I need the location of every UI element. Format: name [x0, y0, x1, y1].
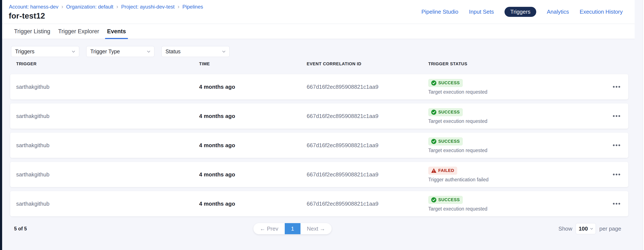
status-detail: Target execution requested	[428, 148, 487, 153]
three-dots-icon	[613, 144, 620, 146]
page-size-dropdown[interactable]: 100	[576, 223, 596, 234]
row-menu-button[interactable]	[611, 201, 622, 207]
status-badge: SUCCESS	[428, 137, 463, 146]
event-correlation-id: 667d16f2ec895908821c1aa9	[307, 84, 428, 90]
event-time: 4 months ago	[199, 171, 307, 178]
three-dots-icon	[613, 86, 620, 88]
next-page-button[interactable]: Next →	[300, 225, 332, 232]
three-dots-icon	[613, 115, 620, 117]
table-row: sarthakgithub 4 months ago 667d16f2ec895…	[10, 191, 628, 216]
tab-trigger-listing[interactable]: Trigger Listing	[12, 24, 52, 39]
filters-row: Triggers Trigger Type Status	[11, 46, 230, 57]
scrollbar-track[interactable]	[643, 0, 644, 250]
trigger-status-cell: SUCCESS Target execution requested	[428, 196, 605, 212]
collapsed-sidebar-edge	[0, 0, 2, 250]
breadcrumb-organization-link[interactable]: Organization: default	[66, 4, 113, 10]
event-correlation-id: 667d16f2ec895908821c1aa9	[307, 171, 428, 178]
page-size-value: 100	[578, 225, 588, 232]
tab-trigger-explorer[interactable]: Trigger Explorer	[56, 24, 101, 39]
event-time: 4 months ago	[199, 84, 307, 90]
triggers-filter-dropdown[interactable]: Triggers	[11, 46, 79, 57]
row-menu-button[interactable]	[611, 142, 622, 148]
nav-analytics[interactable]: Analytics	[547, 9, 569, 15]
table-row: sarthakgithub 4 months ago 667d16f2ec895…	[10, 74, 628, 99]
nav-triggers-active[interactable]: Triggers	[504, 7, 536, 17]
status-detail: Target execution requested	[428, 118, 487, 124]
chevron-down-icon	[590, 228, 593, 230]
event-correlation-id: 667d16f2ec895908821c1aa9	[307, 142, 428, 149]
trigger-name: sarthakgithub	[16, 84, 199, 90]
results-count: 5 of 5	[14, 226, 27, 232]
triggers-filter-label: Triggers	[15, 48, 34, 55]
chevron-down-icon	[222, 51, 226, 53]
status-badge: SUCCESS	[428, 108, 463, 116]
event-time: 4 months ago	[199, 142, 307, 149]
events-table-body: sarthakgithub 4 months ago 667d16f2ec895…	[10, 74, 628, 216]
row-menu-button[interactable]	[611, 113, 622, 119]
pipeline-top-nav: Pipeline Studio Input Sets Triggers Anal…	[422, 7, 623, 16]
status-badge: FAILED	[428, 167, 457, 175]
row-menu-button[interactable]	[611, 84, 622, 90]
triggers-tab-bar: Trigger Listing Trigger Explorer Events	[2, 24, 635, 39]
nav-execution-history[interactable]: Execution History	[580, 9, 623, 15]
table-row: sarthakgithub 4 months ago 667d16f2ec895…	[10, 162, 628, 187]
breadcrumb: Account: harness-dev › Organization: def…	[9, 4, 203, 10]
chevron-down-icon	[72, 51, 75, 53]
column-header-time: TIME	[199, 61, 307, 66]
show-label: Show	[558, 225, 572, 232]
trigger-name: sarthakgithub	[16, 200, 199, 207]
warning-triangle-icon	[431, 168, 436, 173]
status-filter-label: Status	[166, 48, 180, 55]
nav-pipeline-studio[interactable]: Pipeline Studio	[422, 9, 458, 15]
breadcrumb-project-link[interactable]: Project: ayushi-dev-test	[121, 4, 175, 10]
page-1-button[interactable]: 1	[285, 223, 300, 234]
trigger-type-filter-dropdown[interactable]: Trigger Type	[86, 46, 154, 57]
breadcrumb-separator: ›	[178, 4, 180, 10]
tab-events[interactable]: Events	[105, 24, 128, 39]
breadcrumb-pipelines-link[interactable]: Pipelines	[182, 4, 203, 10]
event-time: 4 months ago	[199, 113, 307, 119]
status-badge: SUCCESS	[428, 79, 463, 87]
breadcrumb-account-link[interactable]: Account: harness-dev	[9, 4, 58, 10]
table-row: sarthakgithub 4 months ago 667d16f2ec895…	[10, 133, 628, 158]
event-correlation-id: 667d16f2ec895908821c1aa9	[307, 200, 428, 207]
status-detail: Trigger authentication failed	[428, 177, 488, 183]
per-page-label: per page	[599, 225, 621, 232]
column-header-trigger: TRIGGER	[16, 61, 199, 66]
event-correlation-id: 667d16f2ec895908821c1aa9	[307, 113, 428, 119]
check-circle-icon	[431, 197, 436, 202]
three-dots-icon	[613, 203, 620, 205]
pagination: ← Prev 1 Next →	[254, 223, 332, 234]
column-header-event-correlation-id: EVENT CORRELATION ID	[307, 61, 428, 66]
events-table-header: TRIGGER TIME EVENT CORRELATION ID TRIGGE…	[10, 61, 628, 66]
status-filter-dropdown[interactable]: Status	[162, 46, 230, 57]
trigger-status-cell: FAILED Trigger authentication failed	[428, 167, 605, 183]
status-detail: Target execution requested	[428, 206, 487, 212]
check-circle-icon	[431, 80, 436, 85]
trigger-name: sarthakgithub	[16, 113, 199, 119]
trigger-status-cell: SUCCESS Target execution requested	[428, 79, 605, 95]
table-row: sarthakgithub 4 months ago 667d16f2ec895…	[10, 103, 628, 129]
page-title: for-test12	[9, 12, 45, 21]
trigger-name: sarthakgithub	[16, 171, 199, 178]
check-circle-icon	[431, 139, 436, 144]
breadcrumb-separator: ›	[61, 4, 63, 10]
chevron-down-icon	[147, 51, 150, 53]
page-size-control: Show 100 per page	[558, 223, 621, 234]
trigger-status-cell: SUCCESS Target execution requested	[428, 137, 605, 153]
column-header-trigger-status: TRIGGER STATUS	[428, 61, 605, 66]
status-detail: Target execution requested	[428, 89, 487, 95]
event-time: 4 months ago	[199, 200, 307, 207]
row-menu-button[interactable]	[611, 172, 622, 177]
status-badge: SUCCESS	[428, 196, 463, 204]
prev-page-button[interactable]: ← Prev	[254, 225, 285, 232]
nav-input-sets[interactable]: Input Sets	[469, 9, 494, 15]
trigger-status-cell: SUCCESS Target execution requested	[428, 108, 605, 124]
three-dots-icon	[613, 174, 620, 175]
trigger-type-filter-label: Trigger Type	[90, 48, 120, 55]
trigger-name: sarthakgithub	[16, 142, 199, 149]
page-header: Account: harness-dev › Organization: def…	[2, 0, 635, 24]
check-circle-icon	[431, 110, 436, 115]
breadcrumb-separator: ›	[116, 4, 118, 10]
